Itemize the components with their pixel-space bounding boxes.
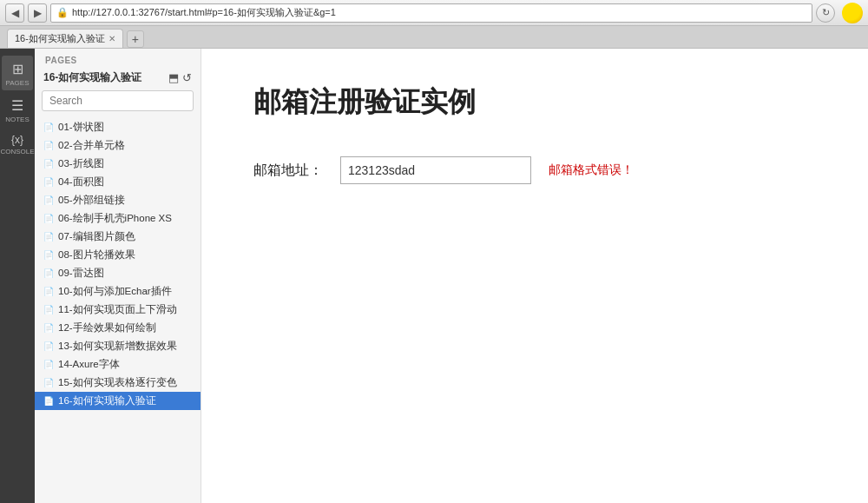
page-file-icon: 📄 <box>43 214 54 223</box>
page-item-09[interactable]: 📄09-雷达图 <box>35 264 201 282</box>
tab-bar: 16-如何实现输入验证 ✕ + <box>0 26 868 49</box>
page-item-label: 13-如何实现新增数据效果 <box>58 340 177 353</box>
search-input[interactable] <box>42 90 194 111</box>
console-icon: {x} <box>11 134 23 146</box>
page-item-label: 03-折线图 <box>58 157 104 170</box>
browser-toolbar: ◀ ▶ 🔒 http://127.0.0.1:32767/start.html#… <box>0 0 868 26</box>
notes-label: NOTES <box>5 116 30 123</box>
page-item-12[interactable]: 📄12-手绘效果如何绘制 <box>35 319 201 337</box>
page-file-icon: 📄 <box>43 360 54 369</box>
page-item-16[interactable]: 📄16-如何实现输入验证 <box>35 392 201 410</box>
page-item-04[interactable]: 📄04-面积图 <box>35 173 201 191</box>
page-item-label: 01-饼状图 <box>58 121 104 134</box>
main-layout: ⊞ PAGES ☰ NOTES {x} CONSOLE PAGES 16-如何实… <box>0 49 868 503</box>
content-area: 邮箱注册验证实例 邮箱地址： 邮箱格式错误！ <box>201 49 868 503</box>
page-item-06[interactable]: 📄06-绘制手机壳iPhone XS <box>35 209 201 228</box>
page-file-icon: 📄 <box>43 177 54 187</box>
browser-chrome: ◀ ▶ 🔒 http://127.0.0.1:32767/start.html#… <box>0 0 868 49</box>
page-file-icon: 📄 <box>43 323 54 333</box>
back-button[interactable]: ◀ <box>5 3 24 23</box>
form-label: 邮箱地址： <box>253 162 323 180</box>
page-file-icon: 📄 <box>43 232 54 242</box>
console-label: CONSOLE <box>0 148 34 156</box>
page-file-icon: 📄 <box>43 287 54 296</box>
page-item-label: 07-编辑图片颜色 <box>58 230 135 243</box>
page-item-label: 08-图片轮播效果 <box>58 248 135 261</box>
form-row: 邮箱地址： 邮箱格式错误！ <box>253 156 816 184</box>
page-item-label: 06-绘制手机壳iPhone XS <box>58 212 172 225</box>
panel-title: 16-如何实现输入验证 <box>43 70 168 85</box>
page-file-icon: 📄 <box>43 250 54 260</box>
page-file-icon: 📄 <box>43 378 54 387</box>
page-item-07[interactable]: 📄07-编辑图片颜色 <box>35 228 201 246</box>
tab-label: 16-如何实现输入验证 <box>15 32 105 45</box>
pages-list: 📄01-饼状图📄02-合并单元格📄03-折线图📄04-面积图📄05-外部组链接📄… <box>35 116 201 503</box>
sidebar-icons: ⊞ PAGES ☰ NOTES {x} CONSOLE <box>0 49 35 503</box>
page-heading: 邮箱注册验证实例 <box>253 83 816 122</box>
notes-icon: ☰ <box>11 97 23 114</box>
active-tab[interactable]: 16-如何实现输入验证 ✕ <box>7 29 123 48</box>
address-bar[interactable]: 🔒 http://127.0.0.1:32767/start.html#p=16… <box>50 3 812 23</box>
form-error-message: 邮箱格式错误！ <box>549 162 634 178</box>
page-item-08[interactable]: 📄08-图片轮播效果 <box>35 246 201 264</box>
refresh-button[interactable]: ↻ <box>816 3 835 23</box>
address-icon: 🔒 <box>56 7 69 18</box>
page-item-label: 12-手绘效果如何绘制 <box>58 321 156 334</box>
page-file-icon: 📄 <box>43 122 54 132</box>
pages-panel: PAGES 16-如何实现输入验证 ⬒ ↺ 📄01-饼状图📄02-合并单元格📄0… <box>35 49 201 503</box>
page-item-02[interactable]: 📄02-合并单元格 <box>35 136 201 155</box>
address-text: http://127.0.0.1:32767/start.html#p=16-如… <box>72 6 336 19</box>
page-item-05[interactable]: 📄05-外部组链接 <box>35 191 201 209</box>
new-tab-button[interactable]: + <box>127 30 144 48</box>
export-button[interactable]: ⬒ <box>168 71 179 84</box>
sidebar-item-pages[interactable]: ⊞ PAGES <box>2 56 33 90</box>
page-item-label: 11-如何实现页面上下滑动 <box>58 303 177 316</box>
page-item-label: 02-合并单元格 <box>58 139 125 152</box>
page-item-13[interactable]: 📄13-如何实现新增数据效果 <box>35 337 201 355</box>
page-file-icon: 📄 <box>43 159 54 169</box>
tab-close-button[interactable]: ✕ <box>108 34 115 43</box>
sidebar-item-console[interactable]: {x} CONSOLE <box>2 129 33 159</box>
page-item-label: 15-如何实现表格逐行变色 <box>58 376 177 389</box>
page-item-label: 09-雷达图 <box>58 267 104 280</box>
email-input[interactable] <box>340 156 531 184</box>
page-item-01[interactable]: 📄01-饼状图 <box>35 118 201 136</box>
panel-title-row: 16-如何实现输入验证 ⬒ ↺ <box>35 69 201 90</box>
settings-button[interactable]: ↺ <box>182 71 192 84</box>
page-item-label: 16-如何实现输入验证 <box>58 394 156 407</box>
page-item-14[interactable]: 📄14-Axure字体 <box>35 355 201 374</box>
page-file-icon: 📄 <box>43 396 54 406</box>
page-file-icon: 📄 <box>43 341 54 351</box>
page-file-icon: 📄 <box>43 141 54 150</box>
page-file-icon: 📄 <box>43 195 54 205</box>
page-file-icon: 📄 <box>43 268 54 278</box>
page-item-10[interactable]: 📄10-如何与添加Echar插件 <box>35 282 201 301</box>
page-item-label: 10-如何与添加Echar插件 <box>58 285 172 298</box>
page-item-label: 05-外部组链接 <box>58 194 125 207</box>
forward-button[interactable]: ▶ <box>28 3 47 23</box>
panel-section-label: PAGES <box>35 49 201 69</box>
page-item-label: 14-Axure字体 <box>58 358 120 371</box>
page-item-03[interactable]: 📄03-折线图 <box>35 155 201 173</box>
panel-actions: ⬒ ↺ <box>168 71 192 84</box>
page-item-15[interactable]: 📄15-如何实现表格逐行变色 <box>35 374 201 392</box>
sidebar-item-notes[interactable]: ☰ NOTES <box>2 92 33 127</box>
page-file-icon: 📄 <box>43 305 54 314</box>
browser-logo <box>842 3 863 23</box>
page-item-11[interactable]: 📄11-如何实现页面上下滑动 <box>35 301 201 319</box>
pages-icon: ⊞ <box>12 61 23 77</box>
pages-label: PAGES <box>6 79 30 87</box>
page-item-label: 04-面积图 <box>58 175 104 189</box>
